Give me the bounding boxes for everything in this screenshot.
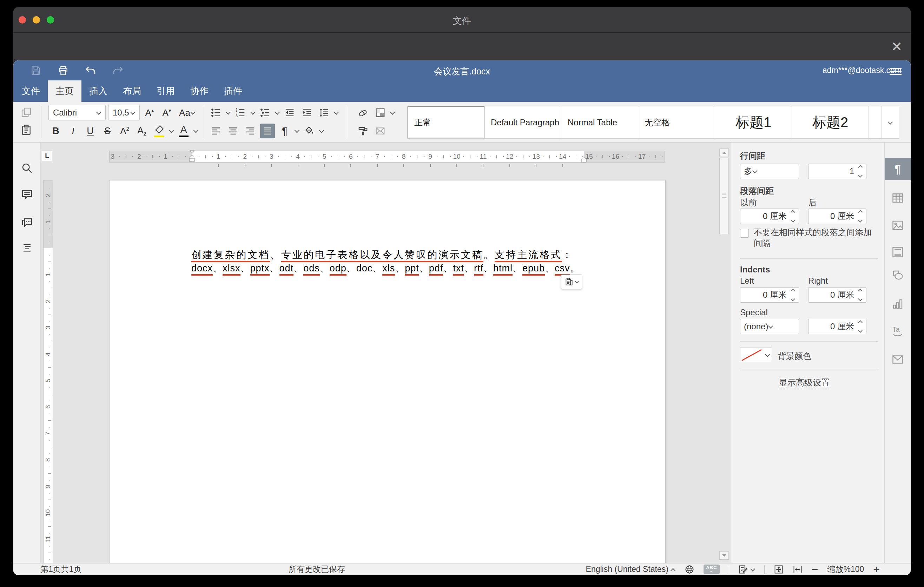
chart-settings-icon[interactable] xyxy=(885,293,911,315)
special-indent-select[interactable]: (none) xyxy=(740,319,799,334)
close-icon[interactable]: ✕ xyxy=(891,40,902,53)
copy-icon[interactable] xyxy=(19,105,34,120)
font-name-select[interactable]: Calibri xyxy=(48,105,106,120)
increase-indent-icon[interactable] xyxy=(299,106,314,120)
menu-tab[interactable]: 插件 xyxy=(216,81,250,102)
mail-merge-settings-icon[interactable] xyxy=(885,348,911,370)
spacing-before-stepper[interactable]: 0 厘米 xyxy=(740,209,799,224)
redo-icon[interactable] xyxy=(112,65,124,76)
language-select[interactable]: English (United States) xyxy=(586,564,675,574)
close-window-icon[interactable] xyxy=(18,16,26,23)
style-gallery-item[interactable]: Normal Table xyxy=(561,106,638,139)
page-counter[interactable]: 第1页共1页 xyxy=(40,564,82,575)
font-color-icon[interactable]: A xyxy=(176,124,191,139)
save-icon[interactable] xyxy=(30,65,41,76)
style-gallery-item[interactable]: 标题2 xyxy=(792,106,869,139)
align-left-icon[interactable] xyxy=(208,124,223,139)
line-spacing-select[interactable]: 多 xyxy=(740,163,799,179)
style-gallery-item[interactable]: 标题1 xyxy=(715,106,792,139)
scroll-up-icon[interactable] xyxy=(719,148,729,157)
spacing-after-stepper[interactable]: 0 厘米 xyxy=(808,209,866,224)
vertical-ruler[interactable]: 211234567891011 xyxy=(43,180,53,563)
paragraph-settings-icon[interactable]: ¶ xyxy=(885,158,911,180)
align-center-icon[interactable] xyxy=(226,124,241,139)
spellcheck-button[interactable]: ABC✓ xyxy=(703,564,720,574)
copy-style-icon[interactable] xyxy=(356,124,370,139)
fit-page-icon[interactable] xyxy=(774,564,784,574)
chevron-down-icon[interactable] xyxy=(169,129,174,134)
style-gallery-item[interactable]: 无空格 xyxy=(638,106,715,139)
style-gallery-expand-icon[interactable] xyxy=(882,106,899,139)
paste-icon[interactable] xyxy=(19,122,34,137)
header-footer-settings-icon[interactable] xyxy=(885,241,911,263)
font-size-select[interactable]: 10.5 xyxy=(108,105,140,120)
chevron-down-icon[interactable] xyxy=(250,110,255,115)
underline-button[interactable]: U xyxy=(83,124,97,139)
comments-icon[interactable] xyxy=(21,188,33,201)
horizontal-ruler[interactable]: 3211234567891011121314151617 xyxy=(109,151,665,163)
change-case-icon[interactable]: Aa xyxy=(177,106,198,120)
table-settings-icon[interactable] xyxy=(885,187,911,209)
multilevel-list-icon[interactable] xyxy=(258,106,272,120)
chevron-down-icon[interactable] xyxy=(193,129,198,134)
chat-icon[interactable] xyxy=(21,216,33,228)
strikethrough-button[interactable]: S xyxy=(100,124,115,139)
menu-tab[interactable]: 主页 xyxy=(48,81,81,102)
highlight-color-icon[interactable] xyxy=(152,124,167,139)
menu-tab[interactable]: 插入 xyxy=(81,81,115,102)
account-email[interactable]: adm***@dootask.com xyxy=(823,66,901,75)
menu-icon[interactable] xyxy=(889,68,901,69)
menu-tab[interactable]: 布局 xyxy=(115,81,149,102)
indent-right-stepper[interactable]: 0 厘米 xyxy=(808,287,866,303)
image-settings-icon[interactable] xyxy=(885,214,911,236)
document-page[interactable]: 创建复杂的文档、专业的电子表格以及令人赞叹的演示文稿。支持主流格式： docx、… xyxy=(109,180,666,563)
bullet-list-icon[interactable] xyxy=(208,106,223,120)
subscript-button[interactable]: A2 xyxy=(134,124,149,139)
text-art-settings-icon[interactable]: Ta xyxy=(885,320,911,341)
advanced-settings-link[interactable]: 显示高级设置 xyxy=(731,377,878,388)
clear-style-icon[interactable] xyxy=(356,106,370,120)
vertical-scrollbar[interactable] xyxy=(719,148,729,560)
document-canvas[interactable]: L 3211234567891011121314151617 xyxy=(41,143,731,563)
chevron-down-icon[interactable] xyxy=(319,129,324,134)
chevron-down-icon[interactable] xyxy=(390,110,395,115)
align-right-icon[interactable] xyxy=(243,124,258,139)
zoom-out-button[interactable]: − xyxy=(812,564,818,575)
track-changes-button[interactable] xyxy=(738,564,755,574)
background-color-swatch[interactable] xyxy=(740,348,763,362)
navigation-headings-icon[interactable] xyxy=(21,242,33,254)
justify-icon[interactable] xyxy=(260,124,275,139)
style-gallery-item[interactable]: Default Paragraph xyxy=(485,106,561,139)
increase-font-icon[interactable]: A▴ xyxy=(142,106,157,120)
italic-button[interactable]: I xyxy=(66,124,81,139)
no-space-between-checkbox[interactable] xyxy=(740,229,749,238)
minimize-window-icon[interactable] xyxy=(33,16,40,23)
background-color-dropdown-icon[interactable] xyxy=(763,348,772,362)
chevron-down-icon[interactable] xyxy=(334,110,339,115)
decrease-font-icon[interactable]: A▾ xyxy=(159,106,174,120)
mail-merge-icon[interactable] xyxy=(373,124,388,139)
menu-tab[interactable]: 引用 xyxy=(149,81,183,102)
special-indent-stepper[interactable]: 0 厘米 xyxy=(808,319,866,334)
zoom-in-button[interactable]: + xyxy=(873,564,880,575)
scrollbar-thumb[interactable] xyxy=(719,158,729,234)
search-icon[interactable] xyxy=(21,162,33,174)
line-spacing-amount-stepper[interactable]: 1 xyxy=(808,163,866,179)
bold-button[interactable]: B xyxy=(48,124,63,139)
paragraph[interactable]: 创建复杂的文档、专业的电子表格以及令人赞叹的演示文稿。支持主流格式： docx、… xyxy=(191,248,588,275)
chevron-down-icon[interactable] xyxy=(275,110,280,115)
decrease-indent-icon[interactable] xyxy=(282,106,297,120)
scroll-down-icon[interactable] xyxy=(719,551,729,560)
paste-options-button[interactable] xyxy=(561,275,582,289)
nonprinting-chars-icon[interactable]: ¶ xyxy=(277,124,292,139)
fullscreen-window-icon[interactable] xyxy=(47,16,54,23)
shape-settings-icon[interactable] xyxy=(885,264,911,286)
menu-tab[interactable]: 协作 xyxy=(183,81,216,102)
fit-width-icon[interactable] xyxy=(793,564,802,574)
chevron-down-icon[interactable] xyxy=(226,110,231,115)
superscript-button[interactable]: A2 xyxy=(117,124,132,139)
numbered-list-icon[interactable]: 123 xyxy=(233,106,248,120)
line-spacing-icon[interactable] xyxy=(317,106,332,120)
tab-stop-selector[interactable]: L xyxy=(42,151,52,161)
set-language-globe-icon[interactable] xyxy=(685,564,695,574)
